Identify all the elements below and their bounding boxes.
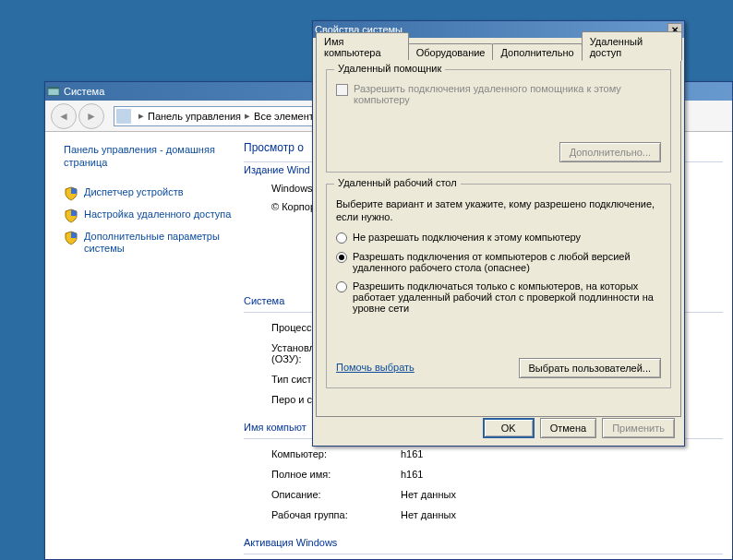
checkbox-label: Разрешить подключения удаленного помощни… — [354, 83, 661, 105]
section-activation-title: Активация Windows — [244, 537, 723, 548]
info-row: Полное имя:h161 — [244, 469, 723, 480]
nav-forward-button[interactable]: ► — [78, 103, 104, 129]
allow-remote-assistance-checkbox-row: Разрешить подключения удаленного помощни… — [336, 83, 661, 105]
sidebar-link[interactable]: Дополнительные параметры системы — [84, 231, 236, 255]
tab-hardware[interactable]: Оборудование — [408, 43, 494, 60]
breadcrumb-seg1[interactable]: Панель управления — [148, 111, 241, 122]
radio-icon — [336, 252, 347, 263]
system-icon — [47, 85, 60, 98]
sidebar-link[interactable]: Диспетчер устройств — [84, 186, 184, 198]
rd-intro: Выберите вариант и затем укажите, кому р… — [336, 197, 661, 224]
left-nav-pane: Панель управления - домашняя страница Ди… — [45, 132, 244, 559]
radio-label: Разрешить подключаться только с компьюте… — [353, 280, 661, 314]
apply-button: Применить — [602, 418, 675, 438]
system-properties-dialog: Свойства системы ✕ Имя компьютера Оборуд… — [312, 20, 685, 447]
shield-icon — [64, 186, 78, 201]
sidebar-item-devmgr[interactable]: Диспетчер устройств — [64, 186, 236, 201]
svg-rect-1 — [48, 88, 59, 89]
radio-allow-any[interactable]: Разрешать подключения от компьютеров с л… — [336, 251, 661, 273]
dialog-button-row: OK Отмена Применить — [483, 418, 675, 438]
tab-remote[interactable]: Удаленный доступ — [582, 31, 682, 61]
radio-icon — [336, 281, 347, 292]
group-title: Удаленный помощник — [334, 63, 445, 74]
radio-deny-connections[interactable]: Не разрешать подключения к этому компьют… — [336, 232, 661, 244]
radio-label: Не разрешать подключения к этому компьют… — [353, 232, 581, 243]
remote-desktop-group: Удаленный рабочий стол Выберите вариант … — [326, 184, 671, 388]
tab-panel-remote: Удаленный помощник Разрешить подключения… — [316, 59, 681, 417]
info-row: Компьютер:h161 — [244, 448, 723, 459]
control-panel-home-link[interactable]: Панель управления - домашняя страница — [64, 143, 236, 170]
breadcrumb-seg2[interactable]: Все элемент — [254, 111, 314, 122]
tab-computer-name[interactable]: Имя компьютера — [316, 32, 409, 60]
tabstrip: Имя компьютера Оборудование Дополнительн… — [316, 41, 681, 60]
sidebar-link[interactable]: Настройка удаленного доступа — [84, 209, 231, 220]
remote-assistance-group: Удаленный помощник Разрешить подключения… — [326, 69, 671, 173]
address-breadcrumb[interactable]: ▸ Панель управления ▸ Все элемент — [114, 106, 317, 126]
sidebar-item-remote[interactable]: Настройка удаленного доступа — [64, 209, 236, 223]
advanced-button: Дополнительно... — [559, 142, 661, 162]
shield-icon — [64, 231, 78, 245]
info-row: Рабочая группа:Нет данных — [244, 509, 723, 520]
dialog-body: Имя компьютера Оборудование Дополнительн… — [313, 38, 684, 446]
cancel-button[interactable]: Отмена — [540, 418, 596, 438]
select-users-button[interactable]: Выбрать пользователей... — [519, 358, 662, 378]
breadcrumb-sep-icon: ▸ — [245, 110, 250, 122]
sidebar-item-advanced[interactable]: Дополнительные параметры системы — [64, 231, 236, 255]
nav-back-button[interactable]: ◄ — [51, 103, 77, 129]
help-choose-link[interactable]: Помочь выбрать — [336, 362, 415, 373]
radio-label: Разрешать подключения от компьютеров с л… — [353, 251, 661, 273]
group-title: Удаленный рабочий стол — [334, 177, 461, 188]
ok-button[interactable]: OK — [483, 418, 535, 438]
radio-allow-nla-only[interactable]: Разрешить подключаться только с компьюте… — [336, 280, 661, 314]
divider — [244, 554, 723, 554]
shield-icon — [64, 209, 78, 223]
tab-advanced[interactable]: Дополнительно — [492, 43, 582, 60]
computer-icon — [116, 109, 131, 124]
checkbox-disabled — [336, 84, 348, 96]
radio-icon — [336, 232, 347, 244]
info-row: Описание:Нет данных — [244, 489, 723, 500]
breadcrumb-sep-icon: ▸ — [138, 110, 144, 122]
